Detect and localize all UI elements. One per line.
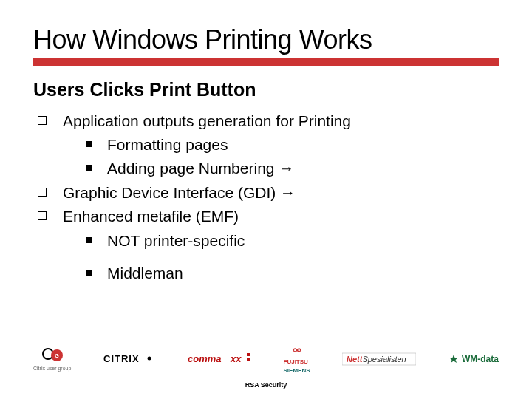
list-item: Formatting pages	[33, 134, 499, 155]
footer-caption: RSA Security	[33, 381, 499, 389]
list-item: NOT printer-specific	[33, 231, 499, 251]
wmdata-label: WM-data	[462, 354, 499, 364]
title-rule	[33, 58, 499, 66]
bullet-text: Adding page Numbering →	[107, 158, 294, 179]
bullet-text: NOT printer-specific	[107, 231, 245, 251]
svg-text:comma: comma	[188, 353, 222, 364]
wmdata-logo: WM-data	[449, 354, 499, 364]
bullet-text: Graphic Device Interface (GDI) →	[63, 183, 296, 203]
solid-square-icon	[86, 237, 92, 243]
logo-row: G Citrix user group CITRIX comma xx	[33, 341, 499, 377]
list-item: Middleman	[33, 263, 499, 284]
svg-text:CITRIX: CITRIX	[103, 353, 140, 364]
citrix-icon: CITRIX	[103, 352, 155, 366]
bullet-text: Formatting pages	[107, 134, 228, 155]
cug-logo: G Citrix user group	[33, 348, 71, 371]
commaxx-icon: comma xx	[188, 352, 251, 366]
slide: How Windows Printing Works Users Clicks …	[0, 0, 532, 399]
infinity-icon	[291, 344, 303, 356]
svg-marker-11	[449, 355, 458, 363]
wm-star-icon	[449, 354, 459, 364]
subtitle: Users Clicks Print Button	[33, 79, 499, 100]
svg-rect-8	[247, 358, 250, 361]
page-title: How Windows Printing Works	[33, 26, 499, 54]
svg-rect-7	[247, 353, 250, 356]
list-item: Adding page Numbering →	[33, 158, 499, 179]
fujitsu-label: FUJITSU	[284, 359, 308, 365]
footer: G Citrix user group CITRIX comma xx	[0, 341, 532, 399]
nettspesialisten-logo: NettSpesialisten	[342, 352, 416, 366]
list-item: Application outputs generation for Print…	[33, 111, 499, 132]
bullet-text: Middleman	[107, 263, 183, 284]
svg-text:NettSpesialisten: NettSpesialisten	[347, 355, 406, 364]
solid-square-icon	[86, 165, 92, 171]
list-item: Graphic Device Interface (GDI) →	[33, 183, 499, 203]
cug-icon: G	[42, 348, 63, 363]
list-item: Enhanced metafile (EMF)	[33, 206, 499, 227]
solid-square-icon	[86, 270, 92, 276]
svg-point-4	[148, 357, 151, 361]
citrix-logo: CITRIX	[103, 352, 155, 366]
hollow-square-icon	[38, 188, 47, 197]
bullet-text: Enhanced metafile (EMF)	[63, 206, 239, 227]
nettspes-icon: NettSpesialisten	[342, 352, 416, 366]
siemens-label: SIEMENS	[284, 368, 310, 374]
solid-square-icon	[86, 141, 92, 147]
cug-logo-label: Citrix user group	[33, 366, 71, 371]
spacer	[33, 254, 499, 263]
svg-text:G: G	[55, 353, 59, 358]
commaxx-logo: comma xx	[188, 352, 251, 366]
bullet-text: Application outputs generation for Print…	[63, 111, 351, 132]
hollow-square-icon	[38, 116, 47, 125]
svg-text:xx: xx	[230, 353, 242, 364]
hollow-square-icon	[38, 211, 47, 220]
fujitsu-siemens-logo: FUJITSU SIEMENS	[284, 344, 310, 374]
